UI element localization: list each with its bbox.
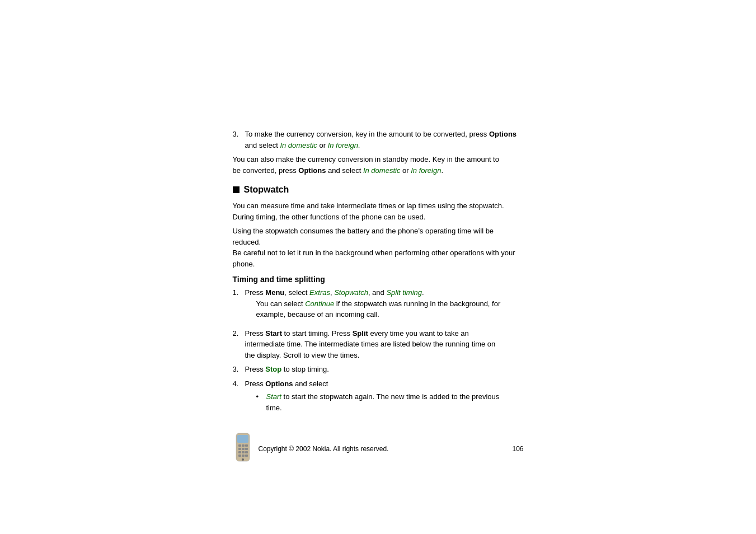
bullet1-text: to start the stopwatch again. The new ti…	[281, 392, 499, 401]
stopwatch-body1: You can measure time and take intermedia…	[233, 200, 524, 222]
svg-rect-11	[238, 455, 241, 457]
prev-step3: 3. To make the currency conversion, key …	[233, 129, 524, 151]
svg-rect-8	[238, 451, 241, 453]
bullet1-text2: time.	[266, 404, 282, 412]
timing-step4-num: 4.	[233, 378, 242, 416]
note-paragraph: You can also make the currency conversio…	[233, 154, 524, 176]
step4-text2: and select	[293, 380, 328, 388]
stopwatch-section-icon	[233, 186, 240, 193]
timing-step3-content: Press Stop to stop timing.	[245, 364, 524, 375]
note-in-domestic: In domestic	[363, 166, 400, 175]
step1-note3: example, because of an incoming call.	[256, 310, 379, 318]
step2-text2: to start timing. Press	[282, 329, 353, 338]
svg-rect-7	[245, 448, 248, 450]
svg-rect-4	[245, 444, 248, 447]
stopwatch-body2-line3: phone.	[233, 260, 255, 268]
step1-menu: Menu	[265, 288, 284, 297]
svg-rect-2	[238, 444, 241, 447]
prev-step3-text2: and select	[245, 141, 280, 149]
step1-period: .	[422, 288, 424, 297]
note-in-foreign: In foreign	[411, 166, 441, 175]
step1-split: Split timing	[386, 288, 422, 297]
step4-text1: Press	[245, 380, 266, 388]
note-text2: and select	[326, 166, 363, 175]
bullet1-dot: •	[256, 391, 263, 413]
timing-step2-num: 2.	[233, 328, 242, 361]
step3-text1: Press	[245, 365, 266, 373]
timing-step3: 3. Press Stop to stop timing.	[233, 364, 524, 375]
timing-step2: 2. Press Start to start timing. Press Sp…	[233, 328, 524, 361]
prev-step3-number: 3.	[233, 129, 242, 151]
step1-note2: if the stopwatch was running in the back…	[334, 299, 500, 308]
timing-step1-num: 1.	[233, 287, 242, 325]
timing-subtitle: Timing and time splitting	[233, 275, 524, 284]
step1-stopwatch: Stopwatch	[334, 288, 368, 297]
timing-step4-content: Press Options and select • Start to star…	[245, 378, 524, 416]
timing-step1: 1. Press Menu, select Extras, Stopwatch,…	[233, 287, 524, 325]
timing-step1-content: Press Menu, select Extras, Stopwatch, an…	[245, 287, 524, 325]
note-line1: You can also make the currency conversio…	[233, 155, 499, 163]
step4-bullets: • Start to start the stopwatch again. Th…	[256, 391, 524, 413]
step2-split: Split	[353, 329, 368, 338]
bullet1: • Start to start the stopwatch again. Th…	[256, 391, 524, 413]
prev-step3-period: .	[358, 141, 360, 149]
step4-options: Options	[265, 380, 293, 388]
stopwatch-body2: Using the stopwatch consumes the battery…	[233, 226, 524, 269]
svg-rect-9	[242, 451, 245, 453]
svg-rect-6	[242, 448, 245, 450]
prev-step3-content: To make the currency conversion, key in …	[245, 129, 524, 151]
note-text-be: be converted, press	[233, 166, 299, 175]
prev-step3-text1: To make the currency conversion, key in …	[245, 130, 489, 138]
timing-step2-content: Press Start to start timing. Press Split…	[245, 328, 524, 361]
footer-copyright: Copyright © 2002 Nokia. All rights reser…	[259, 445, 507, 453]
step1-text4: , and	[368, 288, 387, 297]
svg-rect-5	[238, 448, 241, 450]
footer: Copyright © 2002 Nokia. All rights reser…	[233, 427, 524, 466]
stopwatch-title: Stopwatch	[244, 185, 289, 195]
svg-rect-3	[242, 444, 245, 447]
step2-text4: intermediate time. The intermediate time…	[245, 340, 496, 348]
step2-text5: the display. Scroll to view the times.	[245, 351, 360, 359]
step3-stop: Stop	[265, 365, 281, 373]
top-section: 3. To make the currency conversion, key …	[233, 129, 524, 176]
step2-text3: every time you want to take an	[368, 329, 469, 338]
timing-step3-num: 3.	[233, 364, 242, 375]
note-options: Options	[298, 166, 326, 175]
step2-start: Start	[265, 329, 282, 338]
svg-point-14	[242, 458, 244, 461]
prev-step3-in-foreign: In foreign	[328, 141, 358, 149]
svg-rect-13	[245, 455, 248, 457]
step2-text1: Press	[245, 329, 266, 338]
note-text3: or	[400, 166, 411, 175]
stopwatch-heading: Stopwatch	[233, 185, 524, 195]
timing-step4: 4. Press Options and select • Start to s…	[233, 378, 524, 416]
prev-step3-in-domestic: In domestic	[280, 141, 317, 149]
prev-step3-options: Options	[489, 130, 516, 138]
stopwatch-body2-line1: Using the stopwatch consumes the battery…	[233, 227, 494, 246]
svg-rect-10	[245, 451, 248, 453]
page-container: 3. To make the currency conversion, key …	[0, 0, 756, 534]
note-period: .	[441, 166, 443, 175]
step1-text2: , select	[284, 288, 309, 297]
nokia-phone-icon	[233, 432, 253, 466]
step3-text2: to stop timing.	[281, 365, 329, 373]
step1-note1: You can select	[256, 299, 306, 308]
bullet1-content: Start to start the stopwatch again. The …	[266, 391, 500, 413]
stopwatch-body2-line2: Be careful not to let it run in the back…	[233, 249, 515, 257]
step1-continue: Continue	[305, 299, 334, 308]
step1-text1: Press	[245, 288, 266, 297]
step1-note: You can select Continue if the stopwatch…	[256, 298, 524, 320]
content-area: 3. To make the currency conversion, key …	[233, 129, 524, 466]
svg-rect-12	[242, 455, 245, 457]
footer-page-number: 106	[512, 445, 523, 453]
step1-extras: Extras	[309, 288, 330, 297]
svg-rect-1	[237, 435, 248, 443]
bullet1-start: Start	[266, 392, 281, 401]
prev-step3-text3: or	[317, 141, 328, 149]
timing-steps: 1. Press Menu, select Extras, Stopwatch,…	[233, 287, 524, 415]
